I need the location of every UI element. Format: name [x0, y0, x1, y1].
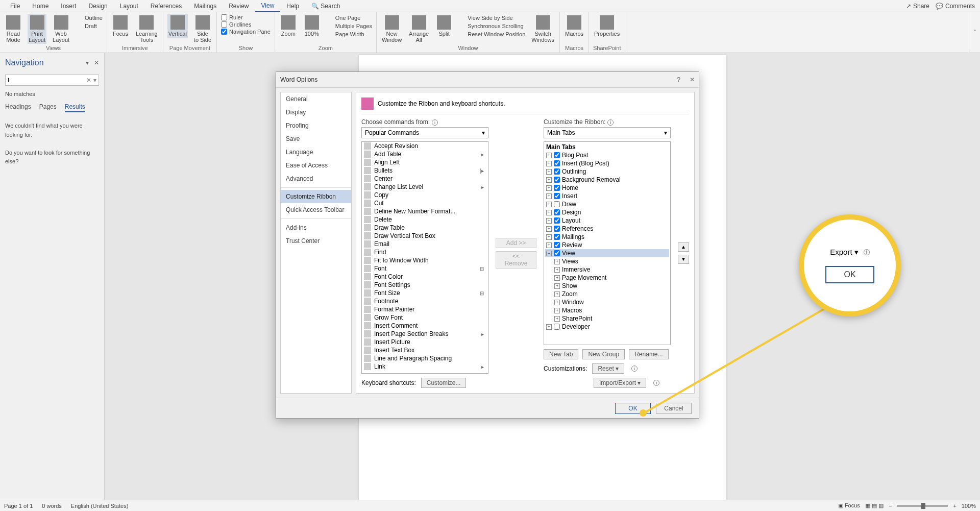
sidebar-item[interactable]: Proofing [281, 119, 351, 132]
one-page-button[interactable]: One Page [326, 14, 372, 21]
tree-subitem[interactable]: +Immersive [545, 265, 669, 274]
command-item[interactable]: Font⊟ [362, 264, 488, 273]
view-mode-icons[interactable]: ▦ ▤ ▥ [865, 502, 884, 509]
nav-close-icon[interactable]: ✕ [94, 59, 99, 66]
vertical-button[interactable]: Vertical [167, 14, 188, 38]
command-item[interactable]: Find [362, 248, 488, 256]
status-words[interactable]: 0 words [42, 503, 62, 509]
tree-subitem[interactable]: +Show [545, 282, 669, 290]
read-mode-button[interactable]: Read Mode [4, 14, 22, 44]
tree-item[interactable]: +Home [545, 184, 669, 192]
move-up-button[interactable]: ▲ [678, 242, 689, 252]
zoom-in-button[interactable]: + [953, 503, 956, 509]
nav-tab-results[interactable]: Results [65, 103, 85, 112]
command-item[interactable]: Line and Paragraph Spacing [362, 354, 488, 362]
web-layout-button[interactable]: Web Layout [52, 14, 70, 44]
command-item[interactable]: Insert Picture [362, 338, 488, 346]
nav-dropdown-icon[interactable]: ▾ [86, 59, 89, 66]
command-item[interactable]: Delete [362, 215, 488, 224]
command-item[interactable]: Font Color [362, 273, 488, 281]
command-item[interactable]: Format Painter [362, 305, 488, 313]
tree-item[interactable]: +Mailings [545, 233, 669, 241]
status-focus[interactable]: ▣ Focus [838, 502, 860, 509]
tab-file[interactable]: File [4, 1, 26, 12]
zoom-out-button[interactable]: − [889, 503, 892, 509]
tree-subitem[interactable]: +Page Movement [545, 274, 669, 282]
customize-ribbon-dropdown[interactable]: Main Tabs▾ [544, 127, 671, 138]
tree-item[interactable]: +Design [545, 208, 669, 216]
info-icon[interactable]: i [432, 119, 438, 126]
commands-listbox[interactable]: Accept RevisionAdd Table▸Align LeftBulle… [361, 141, 488, 374]
nav-search-box[interactable]: ✕ ▾ [5, 75, 99, 86]
zoom-button[interactable]: Zoom [279, 14, 298, 38]
info-icon[interactable]: i [653, 380, 659, 386]
search-dropdown-icon[interactable]: ▾ [93, 77, 96, 84]
sidebar-item[interactable]: Language [281, 145, 351, 159]
command-item[interactable]: Add Table▸ [362, 150, 488, 158]
tree-item[interactable]: +Outlining [545, 167, 669, 176]
ribbon-tree[interactable]: Main Tabs+Blog Post+Insert (Blog Post)+O… [544, 141, 671, 345]
new-tab-button[interactable]: New Tab [544, 349, 578, 359]
command-item[interactable]: Accept Revision [362, 142, 488, 150]
tree-item[interactable]: +Developer [545, 323, 669, 331]
command-item[interactable]: Center [362, 175, 488, 183]
tab-mailings[interactable]: Mailings [188, 1, 223, 12]
tree-item[interactable]: −View [545, 249, 669, 257]
navpane-checkbox[interactable]: Navigation Pane [221, 29, 271, 35]
split-button[interactable]: Split [435, 14, 453, 38]
reset-button[interactable]: Reset ▾ [592, 363, 624, 374]
nav-search-input[interactable] [8, 77, 84, 84]
tab-review[interactable]: Review [223, 1, 255, 12]
command-item[interactable]: Cut [362, 199, 488, 207]
macros-button[interactable]: Macros [564, 14, 584, 38]
tab-search[interactable]: 🔍 Search [305, 1, 346, 12]
command-item[interactable]: Insert Text Box [362, 346, 488, 354]
command-item[interactable]: Insert Page Section Breaks▸ [362, 330, 488, 338]
sidebar-item[interactable]: Display [281, 106, 351, 119]
sidebar-item[interactable]: Customize Ribbon [281, 190, 351, 203]
status-page[interactable]: Page 1 of 1 [4, 503, 33, 509]
info-icon[interactable]: i [631, 366, 638, 372]
tab-insert[interactable]: Insert [55, 1, 82, 12]
command-item[interactable]: Bullets|▸ [362, 166, 488, 175]
tree-item[interactable]: +Insert [545, 192, 669, 200]
tree-item[interactable]: +Layout [545, 216, 669, 225]
info-icon[interactable]: i [607, 119, 614, 126]
sidebar-item[interactable]: Save [281, 132, 351, 145]
command-item[interactable]: Define New Number Format... [362, 207, 488, 215]
command-item[interactable]: Footnote [362, 297, 488, 305]
tab-home[interactable]: Home [26, 1, 55, 12]
properties-button[interactable]: Properties [593, 14, 621, 38]
command-item[interactable]: Draw Table [362, 224, 488, 232]
command-item[interactable]: Font Settings [362, 281, 488, 289]
gridlines-checkbox[interactable]: Gridlines [221, 21, 271, 28]
command-item[interactable]: Grow Font [362, 313, 488, 322]
tree-item[interactable]: +Background Removal [545, 176, 669, 184]
draft-button[interactable]: Draft [76, 22, 103, 30]
command-item[interactable]: Insert Comment [362, 322, 488, 330]
zoom-100-button[interactable]: 100% [303, 14, 321, 38]
command-item[interactable]: Fit to Window Width [362, 256, 488, 264]
tree-subitem[interactable]: +Zoom [545, 290, 669, 298]
tree-subitem[interactable]: +SharePoint [545, 314, 669, 323]
page-width-button[interactable]: Page Width [326, 31, 372, 38]
comments-button[interactable]: 💬 Comments [936, 3, 975, 10]
choose-commands-dropdown[interactable]: Popular Commands▾ [361, 127, 488, 138]
new-window-button[interactable]: New Window [381, 14, 403, 44]
sidebar-item[interactable]: General [281, 92, 351, 106]
tree-subitem[interactable]: +Views [545, 257, 669, 265]
tree-item[interactable]: +Review [545, 241, 669, 249]
command-item[interactable]: Align Left [362, 158, 488, 166]
command-item[interactable]: Email [362, 240, 488, 248]
rename-button[interactable]: Rename... [629, 349, 668, 359]
tree-item[interactable]: +References [545, 225, 669, 233]
command-item[interactable]: Change List Level▸ [362, 183, 488, 191]
sidebar-item[interactable]: Advanced [281, 172, 351, 185]
tab-view[interactable]: View [255, 0, 281, 12]
zoom-value[interactable]: 100% [962, 503, 976, 509]
tree-subitem[interactable]: +Macros [545, 306, 669, 314]
tree-item[interactable]: +Blog Post [545, 151, 669, 159]
focus-button[interactable]: Focus [111, 14, 130, 38]
dialog-help-icon[interactable]: ? [677, 76, 680, 83]
share-button[interactable]: ↗ Share [906, 3, 929, 10]
